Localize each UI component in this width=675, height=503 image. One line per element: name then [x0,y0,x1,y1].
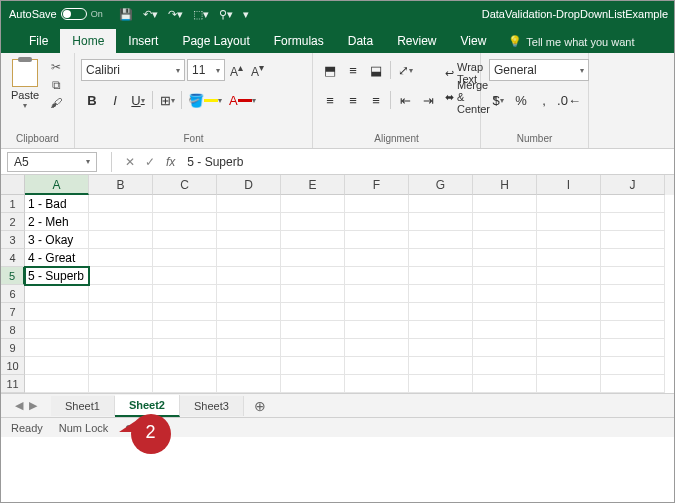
cell-J3[interactable] [601,231,665,249]
cell-F1[interactable] [345,195,409,213]
cell-A6[interactable] [25,285,89,303]
cell-E8[interactable] [281,321,345,339]
cell-C9[interactable] [153,339,217,357]
sheet-tab-1[interactable]: Sheet1 [51,396,115,416]
cell-F8[interactable] [345,321,409,339]
cell-H10[interactable] [473,357,537,375]
cell-F7[interactable] [345,303,409,321]
cell-I3[interactable] [537,231,601,249]
cell-I9[interactable] [537,339,601,357]
increase-font-icon[interactable]: A▴ [227,62,246,79]
row-header-5[interactable]: 5 [1,267,25,285]
cell-D7[interactable] [217,303,281,321]
row-header-10[interactable]: 10 [1,357,25,375]
col-header-B[interactable]: B [89,175,153,195]
redo-icon[interactable]: ↷▾ [168,8,183,21]
cell-F10[interactable] [345,357,409,375]
cell-G4[interactable] [409,249,473,267]
cell-B10[interactable] [89,357,153,375]
font-color-button[interactable]: A▾ [226,89,259,111]
format-painter-icon[interactable]: 🖌 [45,95,67,111]
cell-A5[interactable]: 5 - Superb [25,267,89,285]
orientation-icon[interactable]: ⤢▾ [394,59,416,81]
decrease-indent-icon[interactable]: ⇤ [394,89,416,111]
sheet-nav-prev-icon[interactable]: ◀ [15,399,23,412]
align-middle-icon[interactable]: ≡ [342,59,364,81]
cell-H4[interactable] [473,249,537,267]
cell-D4[interactable] [217,249,281,267]
align-center-icon[interactable]: ≡ [342,89,364,111]
cell-C11[interactable] [153,375,217,393]
cell-C1[interactable] [153,195,217,213]
cell-H6[interactable] [473,285,537,303]
col-header-D[interactable]: D [217,175,281,195]
tab-data[interactable]: Data [336,29,385,53]
row-header-11[interactable]: 11 [1,375,25,393]
row-header-9[interactable]: 9 [1,339,25,357]
cell-E5[interactable] [281,267,345,285]
row-header-4[interactable]: 4 [1,249,25,267]
cell-G6[interactable] [409,285,473,303]
cell-B11[interactable] [89,375,153,393]
row-header-3[interactable]: 3 [1,231,25,249]
cell-J11[interactable] [601,375,665,393]
cell-H3[interactable] [473,231,537,249]
cell-B3[interactable] [89,231,153,249]
cell-H11[interactable] [473,375,537,393]
cell-G1[interactable] [409,195,473,213]
cell-I6[interactable] [537,285,601,303]
new-sheet-button[interactable]: ⊕ [244,398,276,414]
align-bottom-icon[interactable]: ⬓ [365,59,387,81]
cell-F6[interactable] [345,285,409,303]
decrease-font-icon[interactable]: A▾ [248,62,267,79]
cell-D1[interactable] [217,195,281,213]
cell-E7[interactable] [281,303,345,321]
cell-H5[interactable] [473,267,537,285]
percent-button[interactable]: % [510,89,532,111]
underline-button[interactable]: U▾ [127,89,149,111]
cell-C8[interactable] [153,321,217,339]
bold-button[interactable]: B [81,89,103,111]
align-right-icon[interactable]: ≡ [365,89,387,111]
row-header-8[interactable]: 8 [1,321,25,339]
copy-icon[interactable]: ⧉ [45,77,67,93]
cell-A9[interactable] [25,339,89,357]
cell-B8[interactable] [89,321,153,339]
cell-D8[interactable] [217,321,281,339]
cell-G10[interactable] [409,357,473,375]
cell-E6[interactable] [281,285,345,303]
col-header-A[interactable]: A [25,175,89,195]
tab-insert[interactable]: Insert [116,29,170,53]
cell-F9[interactable] [345,339,409,357]
cell-I10[interactable] [537,357,601,375]
cell-D2[interactable] [217,213,281,231]
cell-G2[interactable] [409,213,473,231]
tab-file[interactable]: File [17,29,60,53]
cell-C2[interactable] [153,213,217,231]
tab-review[interactable]: Review [385,29,448,53]
paste-button[interactable]: Paste ▾ [7,57,43,111]
cell-E9[interactable] [281,339,345,357]
select-all-corner[interactable] [1,175,25,195]
cell-H2[interactable] [473,213,537,231]
col-header-J[interactable]: J [601,175,665,195]
cancel-icon[interactable]: ✕ [120,155,140,169]
row-header-1[interactable]: 1 [1,195,25,213]
cell-D6[interactable] [217,285,281,303]
row-header-2[interactable]: 2 [1,213,25,231]
cell-J9[interactable] [601,339,665,357]
cell-J10[interactable] [601,357,665,375]
col-header-E[interactable]: E [281,175,345,195]
cell-E11[interactable] [281,375,345,393]
undo-icon[interactable]: ↶▾ [143,8,158,21]
number-format-select[interactable]: General ▾ [489,59,589,81]
cell-H1[interactable] [473,195,537,213]
cell-I2[interactable] [537,213,601,231]
cell-A1[interactable]: 1 - Bad [25,195,89,213]
cell-I7[interactable] [537,303,601,321]
cell-I4[interactable] [537,249,601,267]
autosave-toggle[interactable]: AutoSave On [1,8,111,20]
cell-C6[interactable] [153,285,217,303]
cell-H8[interactable] [473,321,537,339]
cell-B4[interactable] [89,249,153,267]
